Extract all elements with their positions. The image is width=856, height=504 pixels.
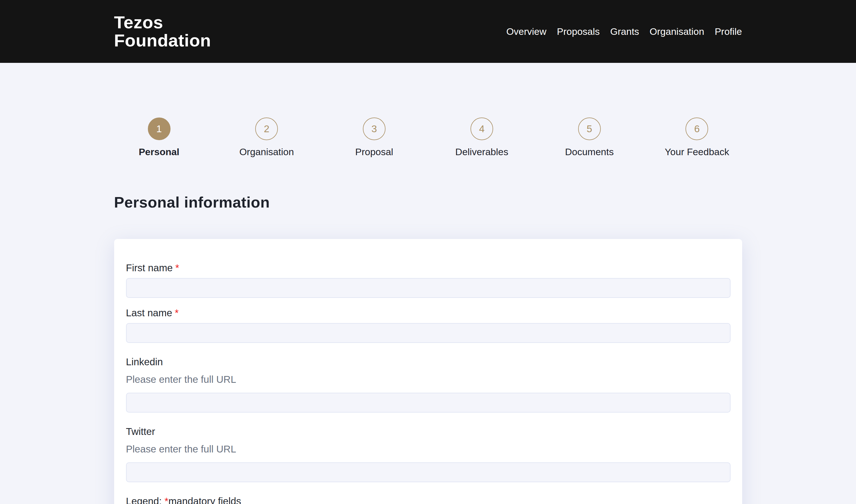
- brand-logo[interactable]: Tezos Foundation: [114, 13, 211, 50]
- step-2-organisation[interactable]: 2Organisation: [221, 118, 311, 158]
- step-5-documents[interactable]: 5Documents: [545, 118, 635, 158]
- field-label-text: Twitter: [126, 426, 155, 437]
- twitter-input[interactable]: [126, 462, 731, 482]
- nav-item-grants[interactable]: Grants: [610, 26, 639, 36]
- step-6-your-feedback[interactable]: 6Your Feedback: [652, 118, 742, 158]
- nav-item-profile[interactable]: Profile: [715, 26, 742, 36]
- legend-prefix: Legend:: [126, 496, 164, 504]
- legend-text: mandatory fields: [168, 496, 241, 504]
- field-label-text: Linkedin: [126, 356, 163, 367]
- nav-item-proposals[interactable]: Proposals: [557, 26, 600, 36]
- first-name-input[interactable]: [126, 278, 731, 298]
- field-label-twitter: Twitter: [126, 425, 731, 438]
- brand-logo-line2: Foundation: [114, 32, 211, 50]
- form-card: First name*Last name*LinkedinPlease ente…: [114, 239, 742, 504]
- step-circle: 5: [578, 118, 601, 140]
- step-number: 2: [264, 123, 269, 134]
- linkedin-input[interactable]: [126, 393, 731, 413]
- required-marker: *: [175, 307, 179, 318]
- nav-item-organisation[interactable]: Organisation: [649, 26, 704, 36]
- step-circle: 1: [148, 118, 171, 140]
- field-helper-twitter: Please enter the full URL: [126, 443, 731, 455]
- field-first-name: First name*: [126, 262, 731, 298]
- step-label: Documents: [565, 146, 614, 158]
- step-1-personal[interactable]: 1Personal: [114, 118, 204, 158]
- required-marker: *: [175, 262, 179, 273]
- personal-info-form: First name*Last name*LinkedinPlease ente…: [126, 262, 731, 482]
- legend-required-marker: *: [164, 496, 168, 504]
- step-number: 6: [694, 123, 700, 134]
- stepper: 1Personal2Organisation3Proposal4Delivera…: [114, 63, 742, 158]
- step-4-deliverables[interactable]: 4Deliverables: [437, 118, 527, 158]
- main-content: 1Personal2Organisation3Proposal4Delivera…: [0, 63, 856, 504]
- step-number: 1: [156, 123, 162, 134]
- field-label-linkedin: Linkedin: [126, 356, 731, 368]
- step-number: 4: [479, 123, 484, 134]
- step-label: Organisation: [239, 146, 294, 158]
- step-3-proposal[interactable]: 3Proposal: [329, 118, 419, 158]
- field-last-name: Last name*: [126, 307, 731, 343]
- last-name-input[interactable]: [126, 323, 731, 343]
- field-label-text: Last name: [126, 307, 172, 318]
- field-helper-linkedin: Please enter the full URL: [126, 373, 731, 386]
- field-twitter: TwitterPlease enter the full URL: [126, 425, 731, 482]
- field-label-first-name: First name*: [126, 262, 731, 274]
- field-label-last-name: Last name*: [126, 307, 731, 319]
- legend: Legend: *mandatory fields: [126, 495, 731, 504]
- field-linkedin: LinkedinPlease enter the full URL: [126, 356, 731, 413]
- step-circle: 3: [363, 118, 386, 140]
- step-label: Proposal: [355, 146, 393, 158]
- field-label-text: First name: [126, 262, 173, 273]
- step-label: Deliverables: [455, 146, 508, 158]
- app-header: Tezos Foundation OverviewProposalsGrants…: [0, 0, 856, 63]
- main-nav: OverviewProposalsGrantsOrganisationProfi…: [506, 26, 742, 36]
- brand-logo-line1: Tezos: [114, 13, 211, 32]
- step-number: 3: [371, 123, 377, 134]
- step-circle: 6: [685, 118, 708, 140]
- step-circle: 2: [255, 118, 278, 140]
- step-label: Your Feedback: [665, 146, 729, 158]
- nav-item-overview[interactable]: Overview: [506, 26, 547, 36]
- page-title: Personal information: [114, 193, 742, 211]
- step-label: Personal: [139, 146, 180, 158]
- step-number: 5: [587, 123, 592, 134]
- step-circle: 4: [470, 118, 493, 140]
